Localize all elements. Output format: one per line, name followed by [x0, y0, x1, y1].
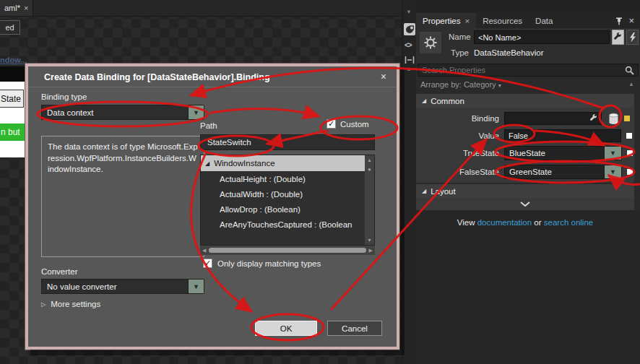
- path-label: Path: [200, 121, 217, 130]
- chevron-down-icon[interactable]: ▼: [605, 146, 622, 160]
- close-icon[interactable]: ×: [24, 4, 28, 12]
- custom-checkbox[interactable]: ✓ Custom: [327, 119, 369, 129]
- wrench-icon[interactable]: [589, 114, 598, 123]
- ok-button[interactable]: OK: [255, 321, 317, 336]
- binding-type-value: Data context: [41, 105, 189, 120]
- only-matching-label: Only display matching types: [217, 259, 321, 268]
- cancel-button-label: Cancel: [342, 324, 368, 333]
- chevron-down-icon[interactable]: ▼: [189, 279, 204, 294]
- value-label: Value: [416, 131, 504, 140]
- scroll-thumb[interactable]: [209, 248, 366, 253]
- only-matching-checkbox[interactable]: ✓ Only display matching types: [203, 259, 321, 268]
- expanded-triangle-icon: ◢: [205, 160, 209, 167]
- panel-tab-bar: Properties × Resources Data ×: [416, 13, 640, 28]
- tree-root-item[interactable]: ◢ WindowInstance: [201, 155, 374, 171]
- converter-dropdown[interactable]: No value converter ▼: [41, 279, 204, 294]
- expanded-triangle-icon: ◢: [422, 98, 426, 104]
- toolbar-chip-label: ed: [5, 23, 14, 32]
- design-view-button[interactable]: [404, 23, 415, 35]
- falsestate-dropdown[interactable]: GreenState ▼: [504, 165, 622, 179]
- scroll-down-icon[interactable]: ▼: [367, 238, 372, 243]
- property-marker-value[interactable]: [626, 133, 632, 139]
- pin-icon[interactable]: [615, 17, 623, 25]
- state-button-preview[interactable]: State: [0, 90, 24, 108]
- search-properties-box[interactable]: [418, 64, 639, 77]
- database-icon[interactable]: [608, 113, 619, 125]
- title-separator: [28, 87, 397, 87]
- wrench-properties-button[interactable]: [612, 30, 624, 45]
- vertical-scrollbar[interactable]: ▲ ● ▼: [365, 155, 374, 245]
- properties-panel: Properties × Resources Data ×: [416, 0, 640, 364]
- document-tab-bar: aml* ×: [0, 0, 416, 17]
- tree-item[interactable]: ActualHeight : (Double): [201, 171, 374, 186]
- scroll-up-icon[interactable]: ▲: [406, 66, 412, 72]
- horizontal-scrollbar[interactable]: ◀ ▶: [200, 246, 375, 255]
- tab-properties[interactable]: Properties ×: [416, 13, 476, 28]
- chevron-down-icon[interactable]: ▼: [189, 105, 204, 120]
- create-data-binding-dialog: Create Data Binding for [DataStateBehavi…: [25, 64, 399, 350]
- more-settings-expander[interactable]: ▷ More settings: [41, 300, 100, 308]
- chevron-down-icon: [520, 202, 530, 207]
- name-input[interactable]: [474, 30, 610, 44]
- binding-type-dropdown[interactable]: Data context ▼: [41, 105, 204, 120]
- close-icon[interactable]: ×: [464, 17, 470, 25]
- scroll-thumb[interactable]: ●: [368, 166, 371, 173]
- split-view-icon[interactable]: [405, 53, 415, 66]
- truestate-dropdown[interactable]: BlueState ▼: [504, 146, 622, 160]
- scroll-up-icon[interactable]: ▲: [367, 157, 372, 162]
- tab-resources[interactable]: Resources: [476, 13, 529, 28]
- events-button[interactable]: [626, 30, 639, 45]
- path-input[interactable]: [200, 134, 375, 150]
- tree-item[interactable]: AreAnyTouchesCaptured : (Boolean: [201, 217, 374, 232]
- tree-item[interactable]: AllowDrop : (Boolean): [201, 202, 374, 217]
- checkbox-checked-icon[interactable]: ✓: [203, 259, 212, 268]
- cancel-button[interactable]: Cancel: [327, 321, 382, 336]
- scroll-left-icon[interactable]: ◀: [202, 248, 206, 253]
- chevron-down-icon[interactable]: ▼: [406, 9, 412, 15]
- truestate-label: TrueState: [416, 149, 504, 157]
- tree-item[interactable]: ActualWidth : (Double): [201, 186, 374, 202]
- value-input[interactable]: [504, 129, 621, 142]
- name-label: Name: [449, 32, 471, 41]
- arrange-by-dropdown[interactable]: Arrange by: Category ▾: [420, 80, 501, 89]
- checkbox-checked-icon[interactable]: ✓: [327, 119, 336, 129]
- panel-header: Name Type DataStateBehavior: [416, 28, 640, 63]
- green-button-preview[interactable]: n but: [0, 124, 25, 141]
- breadcrumb[interactable]: ndow...: [0, 56, 29, 64]
- chevron-down-icon[interactable]: ▼: [605, 165, 622, 179]
- documentation-link[interactable]: documentation: [477, 218, 532, 227]
- toolbar-chip[interactable]: ed: [0, 20, 20, 35]
- search-online-link[interactable]: search online: [544, 218, 593, 227]
- document-tab[interactable]: aml* ×: [0, 0, 33, 16]
- documentation-line: View documentation or search online: [416, 218, 634, 227]
- lightning-icon: [629, 32, 636, 43]
- search-input[interactable]: [418, 66, 625, 74]
- panel-top-gap: [416, 0, 640, 13]
- converter-value: No value converter: [41, 279, 189, 294]
- property-marker-truestate[interactable]: [627, 150, 633, 156]
- show-advanced-expander[interactable]: [416, 198, 634, 210]
- xaml-view-icon[interactable]: <>: [405, 41, 412, 49]
- dialog-title: Create Data Binding for [DataStateBehavi…: [44, 72, 270, 82]
- search-icon: [625, 66, 634, 75]
- property-marker-binding[interactable]: [624, 116, 630, 121]
- scroll-right-icon[interactable]: ▶: [369, 248, 373, 253]
- property-tree-list[interactable]: ◢ WindowInstance ActualHeight : (Double)…: [200, 155, 375, 246]
- falsestate-label: FalseState: [416, 168, 504, 176]
- panel-scroll-up-icon[interactable]: ▲: [628, 81, 634, 87]
- data-context-description: The data context is of type Microsoft.Ex…: [41, 136, 204, 257]
- property-row-binding: Binding: [416, 110, 634, 127]
- binding-field[interactable]: [504, 112, 602, 125]
- close-icon[interactable]: ×: [628, 15, 634, 26]
- section-header-layout[interactable]: ◢ Layout: [416, 184, 634, 198]
- tab-data[interactable]: Data: [529, 13, 559, 28]
- type-label: Type: [451, 48, 469, 57]
- falsestate-value: GreenState: [504, 165, 605, 179]
- custom-label: Custom: [340, 120, 369, 129]
- close-icon[interactable]: ×: [381, 71, 386, 82]
- section-header-common[interactable]: ◢ Common: [416, 94, 634, 108]
- property-marker-falsestate[interactable]: [627, 169, 633, 175]
- doc-middle: or: [534, 218, 541, 227]
- design-view-icon: [405, 25, 414, 34]
- truestate-value: BlueState: [504, 146, 605, 160]
